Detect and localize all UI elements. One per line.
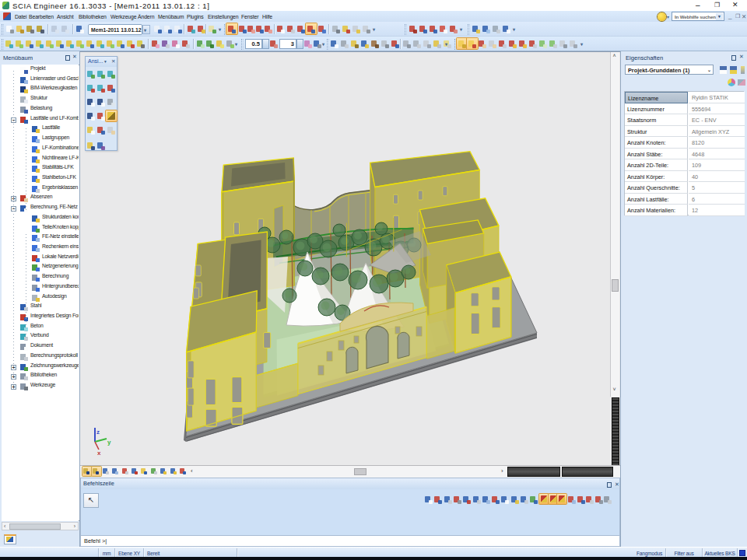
svg-text:y: y	[107, 439, 111, 446]
svg-text:z: z	[96, 429, 100, 436]
svg-text:x: x	[97, 450, 101, 457]
